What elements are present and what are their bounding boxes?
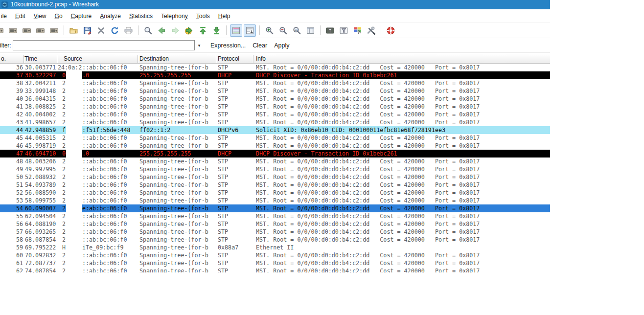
- cell-source: 2: [62, 95, 66, 103]
- packet-row-46[interactable]: 4645.9987192::ab:bc:06:f0Spanning-tree-(…: [0, 142, 550, 150]
- help-button[interactable]: [385, 24, 397, 37]
- packet-row-61[interactable]: 6172.0877372::ab:bc:06:f0Spanning-tree-(…: [0, 259, 550, 267]
- cell-time: 60.090007: [25, 204, 56, 212]
- packet-row-43[interactable]: 4341.9986572::ab:bc:06:f0Spanning-tree-(…: [0, 118, 550, 126]
- cell-protocol: STP: [218, 212, 228, 220]
- packet-row-39[interactable]: 3933.9991482::ab:bc:06:f0Spanning-tree-(…: [0, 87, 550, 95]
- display-filter-button[interactable]: [338, 24, 350, 37]
- expression-button[interactable]: Expression...: [210, 42, 246, 49]
- packet-row-52[interactable]: 5256.0885902::ab:bc:06:f0Spanning-tree-(…: [0, 189, 550, 197]
- column-header-time[interactable]: Time: [24, 55, 37, 62]
- cell-no: 49: [0, 165, 23, 173]
- clear-button[interactable]: Clear: [253, 42, 267, 49]
- go-back-button[interactable]: [156, 24, 168, 37]
- wireshark-window: 10kouinbound-2.pcap - Wireshark ileEditV…: [0, 0, 550, 272]
- cell-no: 40: [0, 95, 23, 103]
- column-separator[interactable]: [57, 55, 57, 63]
- go-forward-icon: [171, 26, 180, 35]
- packet-list-header: o.TimeSourceDestinationProtocolInfo: [0, 54, 550, 64]
- menu-item-analyze[interactable]: Analyze: [100, 13, 121, 20]
- go-to-packet-button[interactable]: [183, 24, 195, 37]
- save-file-button[interactable]: [81, 24, 93, 37]
- coloring-rules-button[interactable]: [351, 24, 364, 37]
- menu-item-help[interactable]: Help: [218, 13, 230, 20]
- column-header-info[interactable]: Info: [256, 55, 266, 62]
- capture-restart-icon: [49, 26, 59, 35]
- menu-item-view[interactable]: View: [34, 13, 46, 20]
- cell-destination: 255.255.255.255: [139, 71, 191, 79]
- menu-item-capture[interactable]: Capture: [71, 13, 92, 20]
- capture-options-button[interactable]: [7, 24, 19, 37]
- colorize-list-button[interactable]: [230, 24, 242, 37]
- packet-row-59[interactable]: 5969.795222HiTe_09:bc:f9Spanning-tree-(f…: [0, 244, 550, 251]
- packet-row-47[interactable]: 4746.6947100.0255.255.255.255DHCPDHCP Di…: [0, 150, 550, 158]
- zoom-in-button[interactable]: [263, 24, 276, 37]
- zoom-out-button[interactable]: [277, 24, 289, 37]
- go-to-bottom-button[interactable]: [210, 24, 223, 37]
- packet-row-60[interactable]: 6070.0928322::ab:bc:06:f0Spanning-tree-(…: [0, 251, 550, 259]
- menu-item-edit[interactable]: Edit: [15, 13, 25, 20]
- capture-filter-button[interactable]: [324, 24, 336, 37]
- cell-source: 2: [62, 236, 66, 244]
- column-separator[interactable]: [23, 55, 24, 63]
- menu-item-tools[interactable]: Tools: [196, 13, 210, 20]
- zoom-100-button[interactable]: 1:1: [291, 24, 303, 37]
- auto-scroll-button[interactable]: [244, 24, 256, 37]
- column-separator[interactable]: [216, 55, 216, 63]
- packet-row-48[interactable]: 4848.0032062::ab:bc:06:f0Spanning-tree-(…: [0, 158, 550, 165]
- column-header-protocol[interactable]: Protocol: [218, 55, 239, 62]
- cell-source-tail: ::ab:bc:06:f0: [82, 220, 127, 228]
- open-file-button[interactable]: [68, 24, 80, 37]
- column-header-destination[interactable]: Destination: [139, 55, 169, 62]
- column-separator[interactable]: [138, 55, 138, 63]
- close-file-button[interactable]: [95, 24, 107, 37]
- cell-no: 44: [0, 126, 23, 134]
- capture-restart-button[interactable]: [48, 24, 60, 37]
- capture-options-icon: [8, 26, 18, 35]
- packet-row-45[interactable]: 4544.0053152::ab:bc:06:f0Spanning-tree-(…: [0, 134, 550, 142]
- packet-row-55[interactable]: 5562.0945042::ab:bc:06:f0Spanning-tree-(…: [0, 212, 550, 220]
- reload-file-button[interactable]: [109, 24, 121, 37]
- packet-row-49[interactable]: 4949.9979952::ab:bc:06:f0Spanning-tree-(…: [0, 165, 550, 173]
- packet-row-58[interactable]: 5868.0878542::ab:bc:06:f0Spanning-tree-(…: [0, 236, 550, 244]
- preferences-button[interactable]: [365, 24, 377, 37]
- menu-item-go[interactable]: Go: [55, 13, 63, 20]
- packet-row-50[interactable]: 5052.0889322::ab:bc:06:f0Spanning-tree-(…: [0, 173, 550, 181]
- resize-columns-button[interactable]: [304, 24, 317, 37]
- go-forward-button[interactable]: [169, 24, 182, 37]
- column-header-o[interactable]: o.: [1, 55, 6, 62]
- packet-row-41[interactable]: 4138.0088252::ab:bc:06:f0Spanning-tree-(…: [0, 103, 550, 111]
- packet-row-57[interactable]: 5766.0932652::ab:bc:06:f0Spanning-tree-(…: [0, 228, 550, 236]
- go-to-top-button[interactable]: [197, 24, 209, 37]
- packet-row-38[interactable]: 3832.0042112::ab:bc:06:f0Spanning-tree-(…: [0, 79, 550, 87]
- capture-stop-button[interactable]: [34, 24, 46, 37]
- print-button[interactable]: [122, 24, 135, 37]
- packet-row-40[interactable]: 4036.0043152::ab:bc:06:f0Spanning-tree-(…: [0, 95, 550, 103]
- filter-dropdown-arrow-icon[interactable]: ▾: [195, 43, 204, 48]
- packet-row-54[interactable]: 5460.0900072e:ab:bc:06:f0Spanning-tree-(…: [0, 204, 550, 212]
- packet-row-36[interactable]: 3630.00377124:0a:2::ab:bc:06:f0Spanning-…: [0, 64, 550, 71]
- cell-time: 44.005315: [25, 134, 56, 142]
- find-packet-button[interactable]: [142, 24, 154, 37]
- menu-item-telephony[interactable]: Telephony: [161, 13, 188, 20]
- cell-time: 49.997995: [25, 165, 56, 173]
- menu-item-ile[interactable]: ile: [1, 13, 7, 20]
- column-separator[interactable]: [253, 55, 253, 63]
- cell-no: 38: [0, 79, 23, 87]
- packet-row-62[interactable]: 6274.0878542::ab:bc:06:f0Spanning-tree-(…: [0, 267, 550, 272]
- column-header-source[interactable]: Source: [64, 55, 82, 62]
- menu-item-statistics[interactable]: Statistics: [129, 13, 153, 20]
- list-interfaces-button[interactable]: [0, 24, 5, 37]
- packet-row-42[interactable]: 4240.0040022::ab:bc:06:f0Spanning-tree-(…: [0, 111, 550, 118]
- packet-row-44[interactable]: 4442.948859f:f51f:56de:448ff02::1:2DHCPv…: [0, 126, 550, 134]
- packet-row-56[interactable]: 5664.0881902::ab:bc:06:f0Spanning-tree-(…: [0, 220, 550, 228]
- packet-row-53[interactable]: 5358.0997552::ab:bc:06:f0Spanning-tree-(…: [0, 197, 550, 204]
- cell-source: 2: [62, 220, 66, 228]
- apply-button[interactable]: Apply: [274, 42, 289, 49]
- cell-source-tail: ::ab:bc:06:f0: [82, 95, 127, 103]
- packet-row-37[interactable]: 3730.3222970.0255.255.255.255DHCPDHCP Di…: [0, 71, 550, 79]
- packet-row-51[interactable]: 5154.0937892::ab:bc:06:f0Spanning-tree-(…: [0, 181, 550, 189]
- capture-start-button[interactable]: [21, 24, 33, 37]
- filter-input[interactable]: [13, 40, 195, 50]
- cell-info: MST. Root = 0/0/00:d0:d0:b4:c2:dd Cost =…: [256, 251, 480, 259]
